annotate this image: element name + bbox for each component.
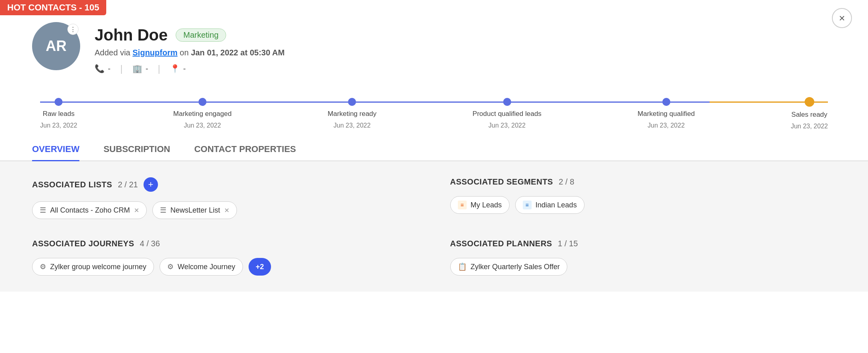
contact-panel: HOT CONTACTS - 105 × AR ⋮ John Doe Marke… <box>0 0 868 353</box>
tab-overview[interactable]: OVERVIEW <box>32 138 79 161</box>
journeys-more-button[interactable]: +2 <box>249 258 271 276</box>
segment-label-0: My Leads <box>471 201 502 209</box>
timeline-date-1: Jun 23, 2022 <box>184 122 221 129</box>
timeline-dot-2 <box>348 98 356 106</box>
list-remove-1[interactable]: ✕ <box>224 207 229 214</box>
timeline-date-3: Jun 23, 2022 <box>488 122 526 129</box>
journey-label-1: Welcome Journey <box>178 263 235 271</box>
list-icon-1: ☰ <box>160 206 166 215</box>
associated-segments-header: ASSOCIATED SEGMENTS 2 / 8 <box>450 177 836 187</box>
associated-lists-tags: ☰ All Contacts - Zoho CRM ✕ ☰ NewsLetter… <box>32 201 418 219</box>
contact-name: John Doe <box>95 26 168 44</box>
location-meta: 📍 - <box>170 64 186 73</box>
phone-icon: 📞 <box>95 64 105 73</box>
timeline-point-3: Product qualified leads Jun 23, 2022 <box>473 94 542 130</box>
segment-label-1: Indian Leads <box>536 201 577 209</box>
timeline-label-5: Sales ready <box>791 111 828 119</box>
signupform-link[interactable]: Signupform <box>133 48 178 57</box>
header-info: John Doe Marketing Added via Signupform … <box>95 22 836 74</box>
tab-subscription[interactable]: SUBSCRIPTION <box>103 138 170 161</box>
associated-segments-tags: ≡ My Leads ≡ Indian Leads <box>450 196 836 214</box>
phone-meta: 📞 - <box>95 64 111 73</box>
added-date: Jan 01, 2022 at 05:30 AM <box>191 48 285 57</box>
timeline-dot-3 <box>503 98 511 106</box>
list-label-1: NewsLetter List <box>170 206 220 215</box>
avatar-menu-button[interactable]: ⋮ <box>67 24 79 35</box>
segment-icon-0: ≡ <box>458 201 467 209</box>
journey-icon-1: ⚙ <box>167 262 174 271</box>
list-label-0: All Contacts - Zoho CRM <box>50 206 130 215</box>
timeline-date-4: Jun 23, 2022 <box>647 122 685 129</box>
segment-icon-1: ≡ <box>523 201 532 209</box>
building-meta: 🏢 - <box>132 64 148 73</box>
journey-item-1[interactable]: ⚙ Welcome Journey <box>160 258 243 276</box>
associated-segments-count: 2 / 8 <box>558 177 574 187</box>
timeline-dot-1 <box>198 98 206 106</box>
planner-icon-0: 📋 <box>458 262 467 271</box>
list-item-0[interactable]: ☰ All Contacts - Zoho CRM ✕ <box>32 201 147 219</box>
add-list-button[interactable]: + <box>144 177 158 192</box>
associated-planners-title: ASSOCIATED PLANNERS <box>450 239 552 248</box>
journey-icon-0: ⚙ <box>40 262 46 271</box>
name-row: John Doe Marketing <box>95 26 836 44</box>
associated-planners-count: 1 / 15 <box>558 239 578 248</box>
list-icon-0: ☰ <box>40 206 46 215</box>
associated-segments-section: ASSOCIATED SEGMENTS 2 / 8 ≡ My Leads ≡ I… <box>450 177 836 219</box>
phone-value: - <box>108 64 111 73</box>
segment-item-0[interactable]: ≡ My Leads <box>450 196 510 214</box>
timeline-label-0: Raw leads <box>43 110 75 118</box>
timeline-label-3: Product qualified leads <box>473 110 542 118</box>
timeline-section: Raw leads Jun 23, 2022 Marketing engaged… <box>0 82 868 134</box>
associated-lists-title: ASSOCIATED LISTS <box>32 180 112 189</box>
timeline-label-4: Marketing qualified <box>637 110 695 118</box>
associated-journeys-tags: ⚙ Zylker group welcome journey ⚙ Welcome… <box>32 258 418 276</box>
associated-lists-header: ASSOCIATED LISTS 2 / 21 + <box>32 177 418 192</box>
contact-meta: 📞 - | 🏢 - | 📍 - <box>95 63 836 74</box>
associated-lists-count: 2 / 21 <box>118 180 138 189</box>
building-icon: 🏢 <box>132 64 142 73</box>
timeline-date-5: Jun 23, 2022 <box>791 123 828 130</box>
associated-planners-header: ASSOCIATED PLANNERS 1 / 15 <box>450 239 836 248</box>
associated-journeys-title: ASSOCIATED JOURNEYS <box>32 239 134 248</box>
meta-divider-2: | <box>158 63 160 74</box>
timeline-point-5: Sales ready Jun 23, 2022 <box>791 94 828 130</box>
associated-journeys-section: ASSOCIATED JOURNEYS 4 / 36 ⚙ Zylker grou… <box>32 239 418 276</box>
journey-item-0[interactable]: ⚙ Zylker group welcome journey <box>32 258 154 276</box>
added-via-text: Added via Signupform on Jan 01, 2022 at … <box>95 48 836 57</box>
planner-item-0[interactable]: 📋 Zylker Quarterly Sales Offer <box>450 258 568 276</box>
segment-item-1[interactable]: ≡ Indian Leads <box>515 196 585 214</box>
timeline-dot-5 <box>805 97 814 107</box>
timeline-dot-0 <box>55 98 63 106</box>
list-remove-0[interactable]: ✕ <box>134 207 139 214</box>
list-item-1[interactable]: ☰ NewsLetter List ✕ <box>152 201 237 219</box>
timeline-label-2: Marketing ready <box>328 110 376 118</box>
journey-label-0: Zylker group welcome journey <box>50 263 146 271</box>
tabs-section: OVERVIEW SUBSCRIPTION CONTACT PROPERTIES <box>0 134 868 161</box>
tab-contact-properties[interactable]: CONTACT PROPERTIES <box>194 138 296 161</box>
timeline-point-4: Marketing qualified Jun 23, 2022 <box>637 94 695 130</box>
associated-planners-section: ASSOCIATED PLANNERS 1 / 15 📋 Zylker Quar… <box>450 239 836 276</box>
avatar-wrapper: AR ⋮ <box>32 22 80 70</box>
timeline-date-2: Jun 23, 2022 <box>334 122 371 129</box>
planner-label-0: Zylker Quarterly Sales Offer <box>471 263 560 271</box>
location-icon: 📍 <box>170 64 180 73</box>
close-button[interactable]: × <box>832 8 852 28</box>
timeline-track: Raw leads Jun 23, 2022 Marketing engaged… <box>40 94 828 126</box>
content-area: ASSOCIATED LISTS 2 / 21 + ☰ All Contacts… <box>0 161 868 292</box>
timeline-label-1: Marketing engaged <box>173 110 232 118</box>
associated-journeys-count: 4 / 36 <box>140 239 160 248</box>
header-section: AR ⋮ John Doe Marketing Added via Signup… <box>0 0 868 82</box>
meta-divider-1: | <box>120 63 123 74</box>
building-value: - <box>146 64 148 73</box>
timeline-date-0: Jun 23, 2022 <box>40 122 77 129</box>
timeline-dot-4 <box>662 98 670 106</box>
timeline-point-2: Marketing ready Jun 23, 2022 <box>328 94 376 130</box>
timeline-points: Raw leads Jun 23, 2022 Marketing engaged… <box>40 94 828 130</box>
location-value: - <box>183 64 186 73</box>
associated-journeys-header: ASSOCIATED JOURNEYS 4 / 36 <box>32 239 418 248</box>
hot-contacts-badge: HOT CONTACTS - 105 <box>0 0 106 15</box>
contact-tag: Marketing <box>176 28 226 42</box>
associated-segments-title: ASSOCIATED SEGMENTS <box>450 177 553 187</box>
associated-planners-tags: 📋 Zylker Quarterly Sales Offer <box>450 258 836 276</box>
timeline-point-1: Marketing engaged Jun 23, 2022 <box>173 94 232 130</box>
